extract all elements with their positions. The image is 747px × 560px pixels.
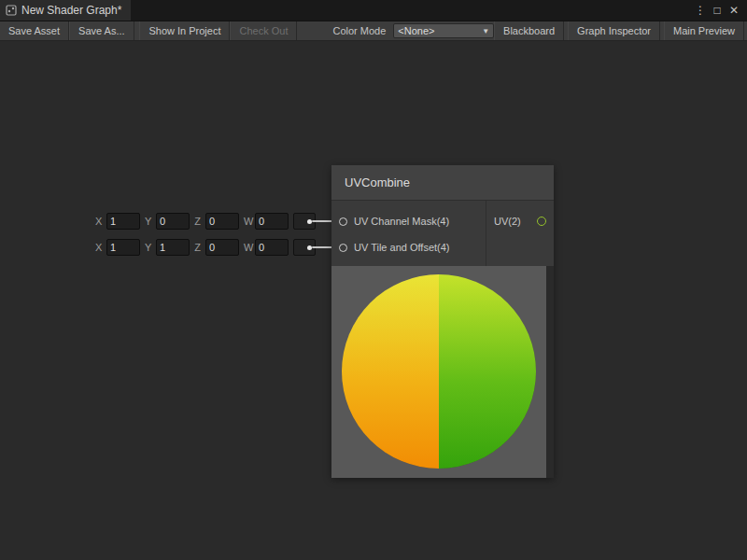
output-port-label: UV(2)	[494, 216, 521, 227]
node-outputs: UV(2)	[486, 201, 554, 266]
sphere-right-half	[439, 274, 536, 469]
graph-canvas[interactable]: X Y Z W X Y Z W	[0, 41, 747, 560]
save-as-button[interactable]: Save As...	[69, 21, 134, 40]
save-asset-button[interactable]: Save Asset	[0, 21, 69, 40]
sphere-left-half	[342, 274, 439, 469]
vec0-x-input[interactable]	[106, 213, 140, 230]
vec1-z-input[interactable]	[205, 239, 239, 256]
w-axis-label: W	[244, 216, 250, 227]
port-editor-uv-channel-mask: X Y Z W	[95, 211, 316, 231]
vec1-w-input[interactable]	[255, 239, 289, 256]
y-axis-label: Y	[145, 242, 151, 253]
vec1-x-input[interactable]	[106, 239, 140, 256]
node-preview	[331, 266, 546, 478]
vec0-y-input[interactable]	[156, 213, 190, 230]
chevron-down-icon: ▼	[482, 27, 489, 35]
kebab-menu-icon[interactable]: ⋮	[693, 0, 708, 21]
node-uvcombine[interactable]: UVCombine UV Channel Mask(4) UV Tile and…	[331, 165, 554, 478]
input-port-label: UV Tile and Offset(4)	[354, 242, 450, 253]
title-bar: New Shader Graph* ⋮ □ ✕	[0, 0, 747, 21]
y-axis-label: Y	[145, 216, 151, 227]
w-axis-label: W	[244, 242, 250, 253]
output-port-uv[interactable]: UV(2)	[486, 208, 554, 234]
z-axis-label: Z	[194, 242, 201, 253]
input-port-uv-channel-mask[interactable]: UV Channel Mask(4)	[331, 208, 486, 234]
toolbar-right-group: Blackboard Graph Inspector Main Preview	[494, 21, 747, 40]
x-axis-label: X	[95, 216, 102, 227]
node-inputs: UV Channel Mask(4) UV Tile and Offset(4)	[331, 201, 486, 266]
close-icon[interactable]: ✕	[726, 0, 741, 21]
graph-inspector-button[interactable]: Graph Inspector	[568, 21, 660, 40]
input-port-icon[interactable]	[339, 217, 347, 226]
main-preview-button[interactable]: Main Preview	[664, 21, 744, 40]
shader-graph-window: New Shader Graph* ⋮ □ ✕ Save Asset Save …	[0, 0, 747, 560]
z-axis-label: Z	[194, 216, 201, 227]
show-in-project-button[interactable]: Show In Project	[139, 21, 230, 40]
blackboard-button[interactable]: Blackboard	[494, 21, 564, 40]
check-out-button: Check Out	[230, 21, 297, 40]
maximize-icon[interactable]: □	[710, 0, 725, 21]
port-editor-uv-tile-offset: X Y Z W	[95, 237, 316, 258]
color-mode-dropdown[interactable]: <None> ▼	[393, 23, 494, 38]
vec0-w-input[interactable]	[255, 213, 289, 230]
vec1-y-input[interactable]	[156, 239, 190, 256]
color-mode-label: Color Mode	[325, 21, 393, 40]
vec0-z-input[interactable]	[205, 213, 239, 230]
output-port-icon[interactable]	[537, 217, 546, 226]
input-port-uv-tile-offset[interactable]: UV Tile and Offset(4)	[331, 234, 486, 260]
input-port-label: UV Channel Mask(4)	[354, 216, 449, 227]
preview-sphere	[342, 274, 536, 469]
node-title[interactable]: UVCombine	[331, 165, 554, 201]
input-port-icon[interactable]	[339, 244, 347, 252]
color-mode-value: <None>	[398, 25, 482, 36]
toolbar: Save Asset Save As... Show In Project Ch…	[0, 21, 747, 41]
tab-title: New Shader Graph*	[21, 4, 121, 17]
shader-graph-icon	[6, 5, 17, 16]
document-tab[interactable]: New Shader Graph*	[0, 0, 131, 21]
x-axis-label: X	[95, 242, 102, 253]
node-port-section: UV Channel Mask(4) UV Tile and Offset(4)…	[331, 201, 554, 266]
window-controls: ⋮ □ ✕	[693, 0, 747, 21]
